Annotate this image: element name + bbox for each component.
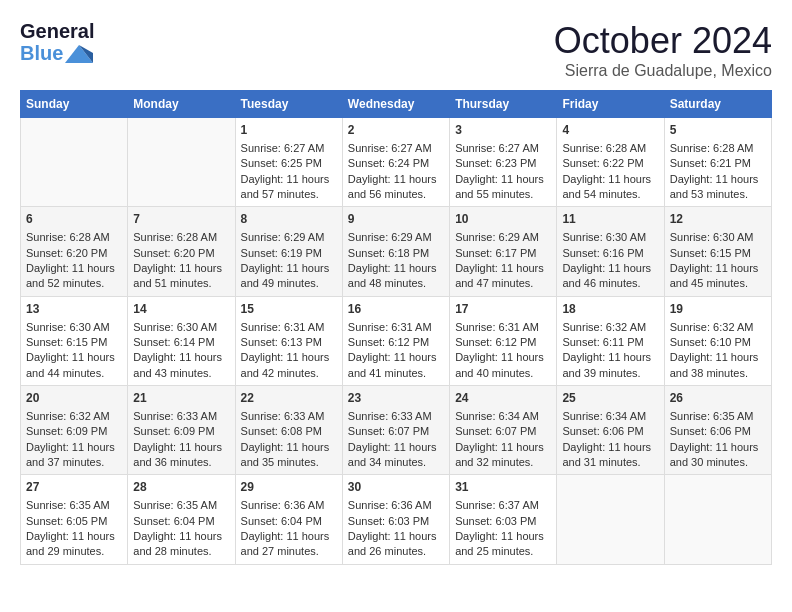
day-number: 21 [133,390,229,407]
sunrise-text: Sunrise: 6:33 AM [241,409,337,424]
day-number: 1 [241,122,337,139]
sunset-text: Sunset: 6:18 PM [348,246,444,261]
sunset-text: Sunset: 6:13 PM [241,335,337,350]
calendar-cell: 8Sunrise: 6:29 AMSunset: 6:19 PMDaylight… [235,207,342,296]
sunrise-text: Sunrise: 6:28 AM [26,230,122,245]
day-number: 6 [26,211,122,228]
daylight-text: Daylight: 11 hours and 38 minutes. [670,350,766,381]
header-friday: Friday [557,91,664,118]
sunrise-text: Sunrise: 6:37 AM [455,498,551,513]
sunrise-text: Sunrise: 6:35 AM [670,409,766,424]
sunset-text: Sunset: 6:03 PM [348,514,444,529]
day-number: 3 [455,122,551,139]
sunset-text: Sunset: 6:14 PM [133,335,229,350]
day-number: 26 [670,390,766,407]
week-row-1: 1Sunrise: 6:27 AMSunset: 6:25 PMDaylight… [21,118,772,207]
sunrise-text: Sunrise: 6:28 AM [670,141,766,156]
sunrise-text: Sunrise: 6:30 AM [133,320,229,335]
calendar-cell [557,475,664,564]
day-number: 19 [670,301,766,318]
daylight-text: Daylight: 11 hours and 32 minutes. [455,440,551,471]
sunrise-text: Sunrise: 6:29 AM [241,230,337,245]
sunset-text: Sunset: 6:17 PM [455,246,551,261]
calendar-cell: 1Sunrise: 6:27 AMSunset: 6:25 PMDaylight… [235,118,342,207]
day-number: 14 [133,301,229,318]
daylight-text: Daylight: 11 hours and 34 minutes. [348,440,444,471]
sunrise-text: Sunrise: 6:34 AM [455,409,551,424]
sunrise-text: Sunrise: 6:32 AM [562,320,658,335]
calendar-cell: 31Sunrise: 6:37 AMSunset: 6:03 PMDayligh… [450,475,557,564]
sunset-text: Sunset: 6:12 PM [348,335,444,350]
calendar-cell: 17Sunrise: 6:31 AMSunset: 6:12 PMDayligh… [450,296,557,385]
sunrise-text: Sunrise: 6:29 AM [348,230,444,245]
calendar-cell: 12Sunrise: 6:30 AMSunset: 6:15 PMDayligh… [664,207,771,296]
header-monday: Monday [128,91,235,118]
daylight-text: Daylight: 11 hours and 45 minutes. [670,261,766,292]
sunset-text: Sunset: 6:07 PM [348,424,444,439]
day-number: 23 [348,390,444,407]
sunrise-text: Sunrise: 6:27 AM [455,141,551,156]
daylight-text: Daylight: 11 hours and 39 minutes. [562,350,658,381]
sunrise-text: Sunrise: 6:31 AM [241,320,337,335]
logo-blue: Blue [20,42,63,65]
daylight-text: Daylight: 11 hours and 36 minutes. [133,440,229,471]
calendar-cell: 30Sunrise: 6:36 AMSunset: 6:03 PMDayligh… [342,475,449,564]
calendar-cell: 6Sunrise: 6:28 AMSunset: 6:20 PMDaylight… [21,207,128,296]
day-number: 31 [455,479,551,496]
daylight-text: Daylight: 11 hours and 56 minutes. [348,172,444,203]
sunrise-text: Sunrise: 6:32 AM [26,409,122,424]
week-row-3: 13Sunrise: 6:30 AMSunset: 6:15 PMDayligh… [21,296,772,385]
logo: General Blue [20,20,66,58]
daylight-text: Daylight: 11 hours and 30 minutes. [670,440,766,471]
sunset-text: Sunset: 6:20 PM [26,246,122,261]
day-number: 28 [133,479,229,496]
daylight-text: Daylight: 11 hours and 44 minutes. [26,350,122,381]
sunrise-text: Sunrise: 6:31 AM [455,320,551,335]
sunset-text: Sunset: 6:24 PM [348,156,444,171]
daylight-text: Daylight: 11 hours and 35 minutes. [241,440,337,471]
day-number: 25 [562,390,658,407]
calendar-cell: 5Sunrise: 6:28 AMSunset: 6:21 PMDaylight… [664,118,771,207]
daylight-text: Daylight: 11 hours and 25 minutes. [455,529,551,560]
sunset-text: Sunset: 6:05 PM [26,514,122,529]
sunrise-text: Sunrise: 6:36 AM [241,498,337,513]
header-saturday: Saturday [664,91,771,118]
sunrise-text: Sunrise: 6:30 AM [26,320,122,335]
calendar-cell: 18Sunrise: 6:32 AMSunset: 6:11 PMDayligh… [557,296,664,385]
logo-icon [65,45,93,63]
daylight-text: Daylight: 11 hours and 52 minutes. [26,261,122,292]
daylight-text: Daylight: 11 hours and 29 minutes. [26,529,122,560]
calendar-cell: 2Sunrise: 6:27 AMSunset: 6:24 PMDaylight… [342,118,449,207]
daylight-text: Daylight: 11 hours and 46 minutes. [562,261,658,292]
day-number: 9 [348,211,444,228]
calendar-cell [21,118,128,207]
header-thursday: Thursday [450,91,557,118]
sunset-text: Sunset: 6:04 PM [241,514,337,529]
daylight-text: Daylight: 11 hours and 57 minutes. [241,172,337,203]
sunrise-text: Sunrise: 6:33 AM [133,409,229,424]
week-row-4: 20Sunrise: 6:32 AMSunset: 6:09 PMDayligh… [21,386,772,475]
calendar-cell: 3Sunrise: 6:27 AMSunset: 6:23 PMDaylight… [450,118,557,207]
calendar-cell: 21Sunrise: 6:33 AMSunset: 6:09 PMDayligh… [128,386,235,475]
calendar-cell: 9Sunrise: 6:29 AMSunset: 6:18 PMDaylight… [342,207,449,296]
header-tuesday: Tuesday [235,91,342,118]
daylight-text: Daylight: 11 hours and 42 minutes. [241,350,337,381]
week-row-2: 6Sunrise: 6:28 AMSunset: 6:20 PMDaylight… [21,207,772,296]
daylight-text: Daylight: 11 hours and 40 minutes. [455,350,551,381]
calendar-cell: 13Sunrise: 6:30 AMSunset: 6:15 PMDayligh… [21,296,128,385]
daylight-text: Daylight: 11 hours and 37 minutes. [26,440,122,471]
location-title: Sierra de Guadalupe, Mexico [554,62,772,80]
day-number: 7 [133,211,229,228]
calendar-cell: 27Sunrise: 6:35 AMSunset: 6:05 PMDayligh… [21,475,128,564]
sunset-text: Sunset: 6:11 PM [562,335,658,350]
header-wednesday: Wednesday [342,91,449,118]
day-number: 27 [26,479,122,496]
daylight-text: Daylight: 11 hours and 53 minutes. [670,172,766,203]
sunrise-text: Sunrise: 6:27 AM [348,141,444,156]
day-number: 2 [348,122,444,139]
calendar-table: Sunday Monday Tuesday Wednesday Thursday… [20,90,772,565]
calendar-cell: 14Sunrise: 6:30 AMSunset: 6:14 PMDayligh… [128,296,235,385]
sunset-text: Sunset: 6:16 PM [562,246,658,261]
sunset-text: Sunset: 6:23 PM [455,156,551,171]
sunset-text: Sunset: 6:12 PM [455,335,551,350]
